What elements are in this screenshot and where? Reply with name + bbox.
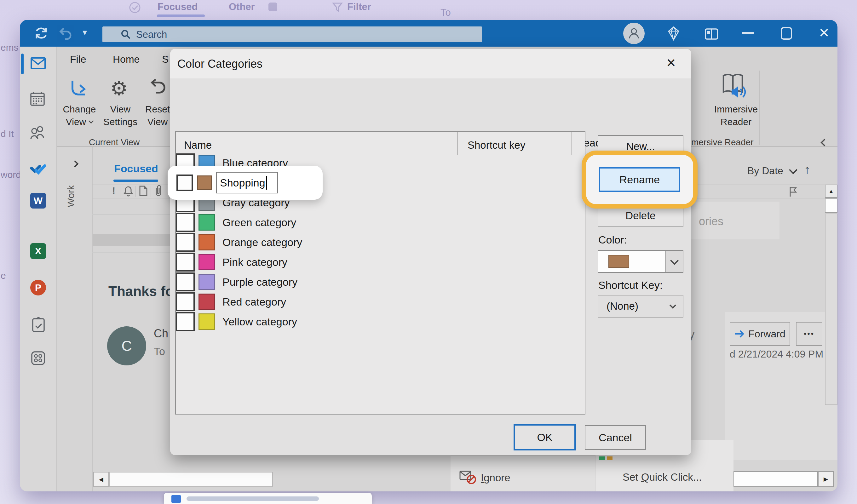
category-color-swatch — [199, 293, 215, 310]
tasks-icon[interactable] — [32, 317, 45, 333]
column-header-name[interactable]: Name — [184, 139, 212, 151]
ok-button[interactable]: OK — [514, 424, 576, 451]
sort-by-date[interactable]: By Date — [747, 165, 796, 177]
hscrollbar-right-button[interactable]: ▶ — [818, 471, 834, 487]
bg-tab-focused: Focused — [157, 1, 198, 13]
tab-home[interactable]: Home — [113, 53, 139, 65]
table-row[interactable]: Yellow category — [176, 312, 584, 331]
tab-partial[interactable]: S — [162, 53, 169, 65]
word-icon[interactable]: W — [30, 193, 46, 208]
sort-direction-icon[interactable]: ↑ — [804, 163, 810, 177]
table-row[interactable]: Pink category — [176, 252, 584, 272]
message-date-partial: d 2/21/2024 4:09 PM — [730, 348, 823, 360]
change-view-label2[interactable]: View — [58, 117, 100, 127]
hscrollbar-track-right[interactable] — [734, 471, 818, 487]
highlight-ring: Rename — [582, 151, 698, 208]
maximize-button[interactable] — [781, 27, 792, 40]
undo-icon[interactable] — [58, 27, 72, 41]
change-view-icon[interactable] — [68, 78, 92, 100]
toolbar-caret-icon[interactable]: ▾ — [83, 27, 87, 37]
scrollbar-up-button[interactable]: ▲ — [825, 185, 838, 198]
view-settings-label[interactable]: View — [104, 104, 137, 115]
immersive-reader-label2[interactable]: Reader — [713, 117, 759, 127]
sync-icon[interactable] — [33, 25, 49, 41]
category-checkbox[interactable] — [176, 253, 195, 271]
person-icon — [627, 27, 641, 40]
hscrollbar-left-button[interactable]: ◀ — [93, 472, 109, 487]
table-row[interactable]: Orange category — [176, 233, 584, 252]
excel-icon[interactable]: X — [30, 243, 46, 259]
edge-fragment: word — [1, 169, 21, 180]
category-label[interactable]: Orange category — [222, 236, 302, 249]
dialog-close-button[interactable]: ✕ — [661, 53, 681, 73]
categories-flyout-partial: ories — [699, 215, 723, 228]
category-color-swatch — [199, 274, 215, 290]
work-pane-label[interactable]: Work — [66, 185, 76, 207]
menu-item-set-quick-click[interactable]: Set Quick Click... — [623, 471, 702, 483]
premium-gem-icon[interactable] — [666, 26, 681, 41]
category-checkbox[interactable] — [176, 292, 195, 311]
background-card — [164, 493, 372, 504]
list-row-line — [92, 252, 170, 253]
sender-avatar[interactable]: C — [107, 326, 146, 365]
immersive-reader-icon[interactable] — [719, 71, 751, 101]
recipient-partial: To — [154, 345, 165, 357]
category-checkbox[interactable] — [177, 174, 193, 191]
expand-chevron-icon[interactable] — [71, 160, 79, 168]
category-checkbox[interactable] — [176, 233, 195, 252]
forward-button[interactable]: Forward — [730, 322, 790, 346]
rename-button[interactable]: Rename — [599, 167, 680, 192]
color-dropdown-button[interactable] — [666, 251, 683, 272]
view-settings-label2[interactable]: Settings — [100, 117, 140, 127]
category-name-editbox[interactable]: Shopping — [216, 172, 278, 194]
category-label[interactable]: Green category — [222, 216, 296, 229]
category-checkbox[interactable] — [176, 213, 195, 232]
cancel-button[interactable]: Cancel — [585, 425, 646, 450]
group-current-view: Current View — [89, 137, 139, 147]
scrollbar-thumb[interactable] — [825, 199, 838, 213]
reset-view-label[interactable]: Reset — [144, 104, 171, 115]
tab-file[interactable]: File — [70, 53, 86, 65]
category-label[interactable]: Yellow category — [222, 316, 297, 328]
menu-item-ignore[interactable]: Ignore — [481, 472, 510, 484]
immersive-reader-label[interactable]: Immersive — [713, 104, 759, 115]
hscrollbar-track-left[interactable] — [109, 472, 273, 487]
layout-icon[interactable] — [704, 27, 719, 41]
category-checkbox[interactable] — [176, 272, 195, 291]
more-actions-button[interactable]: ••• — [796, 322, 822, 346]
category-checkbox[interactable] — [176, 312, 195, 331]
category-color-swatch — [199, 234, 215, 250]
people-icon[interactable] — [30, 125, 46, 140]
reset-view-icon[interactable] — [146, 78, 167, 100]
selected-row-band[interactable] — [93, 234, 170, 246]
view-settings-gear-icon[interactable]: ⚙ — [110, 77, 128, 100]
close-button[interactable]: ✕ — [819, 25, 829, 40]
scrollbar-track[interactable] — [825, 214, 838, 405]
category-label[interactable]: Purple category — [222, 276, 298, 288]
pane-divider — [92, 147, 93, 491]
tab-focused[interactable]: Focused — [114, 163, 158, 175]
category-label[interactable]: Pink category — [222, 256, 287, 268]
edge-fragment: d It — [1, 129, 14, 139]
search-placeholder: Search — [136, 29, 167, 40]
category-sliver-green — [599, 456, 605, 460]
search-icon — [120, 29, 131, 40]
color-dropdown[interactable] — [598, 250, 684, 273]
forward-arrow-icon — [735, 330, 745, 338]
todo-icon[interactable] — [30, 161, 46, 175]
shortcut-key-dropdown[interactable]: (None) — [598, 295, 684, 318]
reset-view-label2[interactable]: View — [144, 117, 171, 127]
column-header-shortcut[interactable]: Shortcut key — [468, 139, 525, 151]
minimize-button[interactable] — [742, 32, 754, 34]
account-avatar[interactable] — [623, 23, 645, 44]
table-row[interactable]: Red category — [176, 292, 584, 312]
mail-icon[interactable] — [30, 57, 46, 70]
list-row-line — [92, 214, 170, 215]
category-label[interactable]: Red category — [222, 296, 286, 308]
change-view-label[interactable]: Change — [58, 104, 100, 115]
table-row[interactable]: Purple category — [176, 272, 584, 292]
calendar-icon[interactable] — [30, 91, 45, 106]
powerpoint-icon[interactable]: P — [30, 280, 46, 296]
apps-grid-icon[interactable] — [31, 351, 45, 365]
table-row[interactable]: Green category — [176, 213, 584, 232]
